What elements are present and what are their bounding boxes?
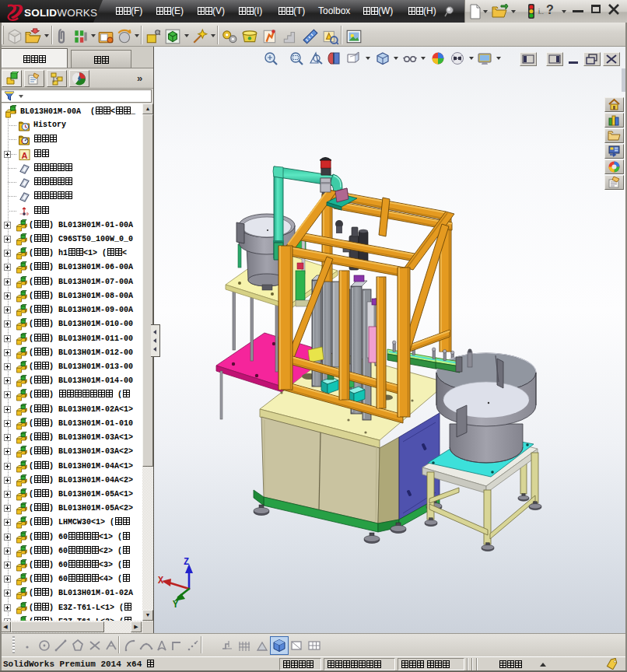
svg-text:SOLIDWORKS: SOLIDWORKS — [24, 7, 97, 19]
svg-text:Z: Z — [184, 557, 189, 568]
svg-text:Y: Y — [173, 600, 179, 611]
svg-text:A: A — [22, 151, 28, 160]
svg-text:X: X — [158, 576, 164, 586]
